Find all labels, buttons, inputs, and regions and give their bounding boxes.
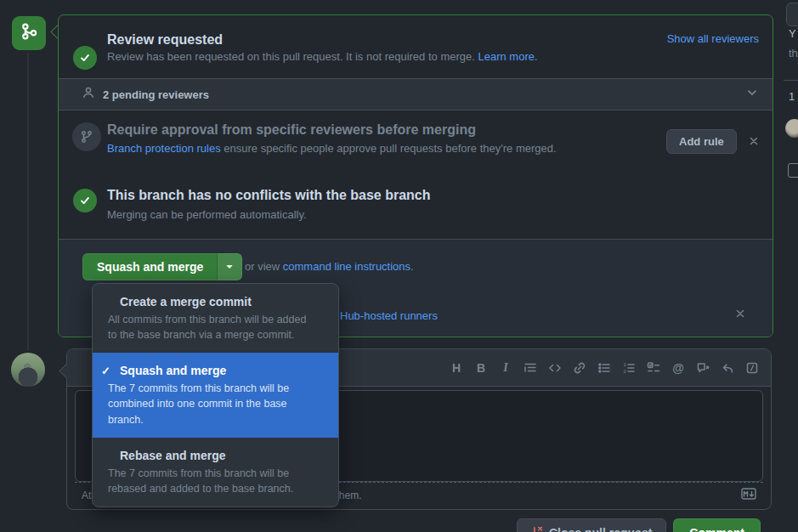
squash-and-merge-button[interactable]: Squash and merge <box>82 253 217 280</box>
quote-icon[interactable] <box>524 361 537 375</box>
protection-desc: Branch protection rules ensure specific … <box>107 142 557 155</box>
learn-more-link[interactable]: Learn more. <box>478 50 537 63</box>
cross-reference-icon[interactable] <box>696 361 710 375</box>
comment-form-actions: Close pull request Comment <box>517 518 761 532</box>
menu-item-rebase-and-merge[interactable]: ✓Rebase and merge The 7 commits from thi… <box>93 438 338 507</box>
check-icon: ✓ <box>101 365 115 377</box>
markdown-icon <box>741 488 756 503</box>
merge-status-badge <box>12 16 46 50</box>
person-icon <box>82 86 95 103</box>
review-requested-title: Review requested <box>107 32 223 48</box>
protection-title: Require approval from specific reviewers… <box>107 122 476 138</box>
bold-icon[interactable]: B <box>474 361 488 375</box>
branch-protection-rules-link[interactable]: Branch protection rules <box>107 142 221 155</box>
menu-item-squash-and-merge[interactable]: ✓Squash and merge The 7 commits from thi… <box>93 353 338 437</box>
code-icon[interactable] <box>548 361 562 375</box>
show-all-reviewers-link[interactable]: Show all reviewers <box>667 32 759 45</box>
pr-closed-icon <box>531 525 543 532</box>
no-conflicts-title: This branch has no conflicts with the ba… <box>107 188 431 203</box>
no-conflicts-desc: Merging can be performed automatically. <box>107 208 307 221</box>
git-merge-icon <box>20 22 38 44</box>
svg-text:1: 1 <box>624 362 627 367</box>
italic-icon[interactable]: I <box>499 361 512 375</box>
task-list-icon[interactable] <box>647 361 660 375</box>
sidebar-partial-icon <box>788 163 798 178</box>
sidebar-button-fragment[interactable] <box>786 3 798 26</box>
mention-icon[interactable]: @ <box>671 361 685 375</box>
merge-split-button: Squash and merge <box>82 253 242 280</box>
pending-reviewers-row[interactable]: 2 pending reviewers <box>59 78 773 110</box>
comment-button[interactable]: Comment <box>673 518 761 532</box>
chevron-down-icon[interactable] <box>745 86 759 103</box>
protection-close-icon[interactable] <box>748 135 760 150</box>
add-rule-button[interactable]: Add rule <box>666 129 737 154</box>
reply-icon[interactable] <box>721 361 734 375</box>
merge-options-caret-button[interactable] <box>217 253 242 280</box>
git-branch-icon <box>72 122 101 151</box>
runners-notice-close-icon[interactable] <box>734 308 746 323</box>
review-check-icon <box>73 46 97 70</box>
conflicts-check-icon <box>73 189 97 212</box>
menu-item-create-merge-commit[interactable]: ✓Create a merge commit All commits from … <box>93 284 338 353</box>
heading-icon[interactable]: H <box>450 361 463 375</box>
sidebar-text-fragment-1: Y <box>789 27 796 40</box>
close-pull-request-button[interactable]: Close pull request <box>517 518 666 532</box>
saved-replies-icon[interactable] <box>745 361 759 375</box>
cli-instructions-text: or view command line instructions. <box>245 260 414 273</box>
review-requested-desc: Review has been requested on this pull r… <box>107 50 538 63</box>
merge-method-dropdown: ✓Create a merge commit All commits from … <box>92 283 339 507</box>
timeline-line <box>27 53 29 350</box>
user-avatar[interactable] <box>11 353 45 387</box>
svg-text:2: 2 <box>624 369 627 374</box>
link-icon[interactable] <box>573 361 586 375</box>
sidebar-text-fragment-3: 1 <box>789 90 795 103</box>
sidebar-avatar-fragment[interactable] <box>785 119 798 138</box>
ordered-list-icon[interactable]: 12 <box>622 361 636 375</box>
command-line-instructions-link[interactable]: command line instructions <box>283 260 410 273</box>
sidebar-divider <box>784 80 798 81</box>
unordered-list-icon[interactable] <box>597 361 611 375</box>
pending-reviewers-label: 2 pending reviewers <box>103 88 209 101</box>
sidebar-text-fragment-2: th <box>789 47 798 59</box>
hosted-runners-link-fragment[interactable]: Hub-hosted runners <box>340 309 438 322</box>
